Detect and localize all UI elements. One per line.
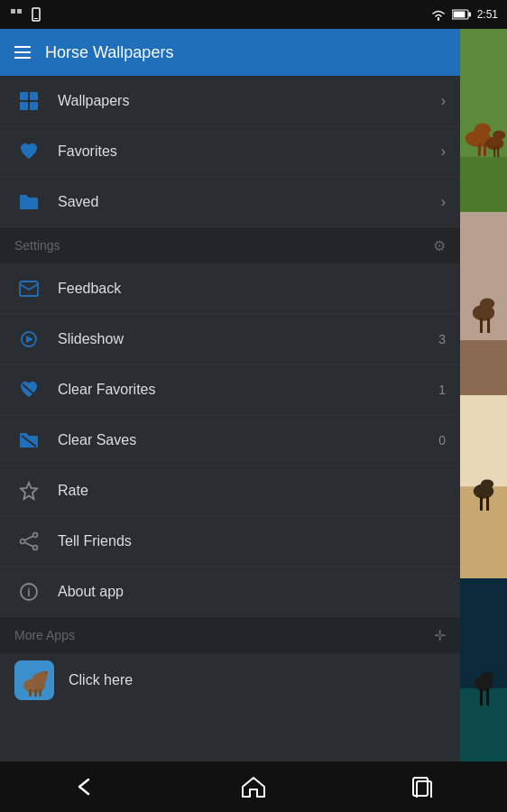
status-bar: 2:51 (0, 0, 507, 29)
svg-text:i: i (27, 586, 30, 599)
battery-icon (452, 9, 472, 20)
main-layout: Horse Wallpapers Wallpapers › F (0, 29, 507, 761)
menu-item-saved[interactable]: Saved › (0, 177, 460, 227)
app-icon-img (14, 660, 54, 700)
settings-section-header: Settings ⚙ (0, 227, 460, 263)
svg-rect-50 (460, 487, 507, 579)
clear-favorites-label: Clear Favorites (58, 382, 438, 398)
plus-icon: ✛ (434, 627, 446, 644)
svg-line-21 (24, 542, 32, 547)
svg-rect-5 (468, 13, 471, 17)
menu-item-feedback[interactable]: Feedback (0, 263, 460, 314)
svg-rect-48 (460, 340, 507, 395)
menu-item-clear-saves[interactable]: Clear Saves 0 (0, 415, 460, 466)
saved-arrow: › (441, 194, 446, 210)
clear-saves-badge: 0 (438, 433, 446, 448)
grid-icon (14, 87, 43, 115)
svg-rect-46 (480, 318, 483, 333)
svg-rect-8 (30, 92, 38, 100)
email-icon (14, 274, 43, 303)
click-here-item[interactable]: Click here (0, 653, 460, 707)
home-button[interactable] (226, 769, 281, 805)
favorites-arrow: › (441, 143, 446, 160)
svg-rect-56 (460, 688, 507, 761)
tell-friends-label: Tell Friends (58, 533, 446, 549)
menu-item-about-app[interactable]: i About app (0, 567, 460, 617)
more-apps-section-header: More Apps ✛ (0, 617, 460, 653)
svg-rect-41 (497, 147, 499, 157)
menu-item-wallpapers[interactable]: Wallpapers › (0, 76, 460, 126)
back-button[interactable] (58, 769, 112, 805)
hamburger-line-3 (14, 57, 31, 59)
heart-icon (14, 137, 43, 166)
navigation-bar (0, 761, 507, 812)
right-thumbnail-panel (460, 29, 507, 761)
svg-point-19 (33, 545, 38, 549)
svg-point-52 (481, 479, 493, 488)
svg-rect-0 (11, 9, 15, 14)
svg-point-35 (475, 124, 491, 136)
app-title: Horse Wallpapers (45, 43, 173, 62)
wifi-icon (430, 8, 447, 21)
svg-point-32 (45, 671, 48, 673)
phone-icon (29, 7, 43, 22)
hamburger-line-2 (14, 51, 31, 53)
svg-rect-42 (460, 157, 507, 212)
svg-rect-10 (30, 102, 38, 110)
drawer-menu: Horse Wallpapers Wallpapers › F (0, 29, 460, 761)
status-bar-right: 2:51 (430, 8, 498, 21)
slideshow-label: Slideshow (58, 331, 438, 347)
feedback-label: Feedback (58, 281, 446, 297)
clear-heart-icon (14, 375, 43, 404)
menu-item-rate[interactable]: Rate (0, 466, 460, 516)
svg-point-39 (493, 131, 505, 140)
clear-favorites-badge: 1 (438, 383, 446, 397)
svg-rect-40 (493, 147, 495, 157)
star-icon (14, 476, 43, 505)
thumbnail-4 (460, 578, 507, 761)
hamburger-line-1 (14, 46, 31, 48)
svg-line-20 (24, 536, 32, 540)
rate-label: Rate (58, 483, 446, 499)
home-icon (241, 775, 266, 798)
thumbnail-2 (460, 212, 507, 395)
svg-point-45 (480, 298, 494, 309)
gear-icon: ⚙ (433, 237, 446, 254)
more-apps-label: More Apps (14, 628, 75, 642)
hamburger-button[interactable] (14, 46, 31, 59)
menu-item-favorites[interactable]: Favorites › (0, 126, 460, 177)
clock-display: 2:51 (477, 8, 498, 21)
svg-rect-1 (17, 9, 22, 14)
svg-rect-59 (480, 689, 483, 706)
svg-rect-3 (34, 18, 38, 19)
notification-icon (9, 7, 23, 22)
recent-apps-button[interactable] (395, 769, 449, 805)
clear-saves-label: Clear Saves (58, 432, 438, 448)
svg-marker-13 (26, 336, 33, 343)
menu-item-tell-friends[interactable]: Tell Friends (0, 516, 460, 567)
svg-marker-16 (21, 483, 37, 499)
svg-point-18 (21, 539, 25, 543)
svg-rect-6 (453, 12, 465, 18)
svg-point-58 (481, 672, 493, 681)
favorites-label: Favorites (58, 143, 441, 160)
svg-rect-7 (20, 92, 28, 100)
svg-rect-9 (20, 102, 28, 110)
saved-label: Saved (58, 194, 441, 210)
status-bar-left (9, 7, 43, 22)
thumbnail-1 (460, 29, 507, 212)
svg-rect-60 (486, 689, 489, 706)
svg-rect-30 (39, 689, 41, 697)
svg-point-17 (33, 532, 38, 537)
svg-rect-49 (460, 395, 507, 487)
svg-rect-54 (486, 497, 489, 511)
svg-rect-36 (478, 143, 481, 156)
svg-rect-47 (487, 318, 490, 333)
svg-rect-28 (29, 689, 32, 697)
menu-item-clear-favorites[interactable]: Clear Favorites 1 (0, 364, 460, 415)
menu-item-slideshow[interactable]: Slideshow 3 (0, 314, 460, 364)
info-icon: i (14, 577, 43, 606)
wallpapers-label: Wallpapers (58, 93, 441, 109)
wallpapers-arrow: › (441, 93, 446, 109)
slideshow-icon (14, 325, 43, 354)
